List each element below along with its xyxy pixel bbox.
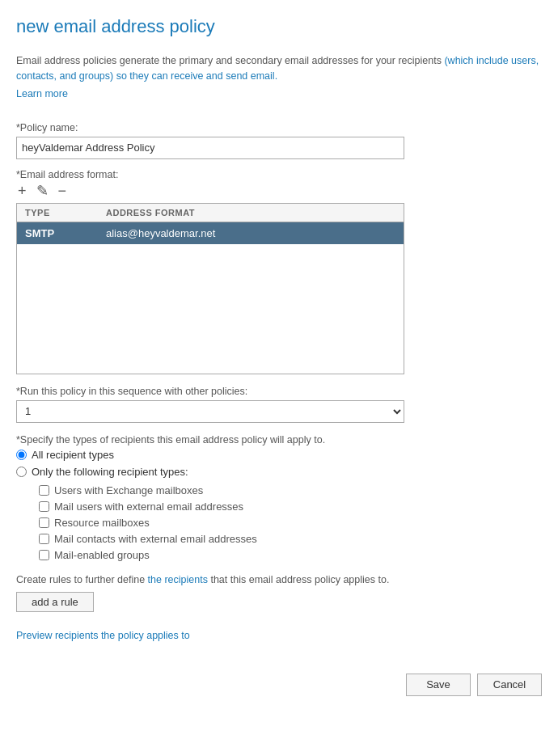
page-title: new email address policy <box>16 16 542 37</box>
checkbox-mail-users-external-label: Mail users with external email addresses <box>54 500 243 513</box>
rules-link: the recipients <box>148 574 208 585</box>
table-header: TYPE ADDRESS FORMAT <box>17 204 404 222</box>
save-button[interactable]: Save <box>406 674 471 696</box>
checkbox-mail-contacts-external[interactable]: Mail contacts with external email addres… <box>39 533 542 545</box>
checkbox-resource-mailboxes-label: Resource mailboxes <box>54 517 150 529</box>
only-recipients-option[interactable]: Only the following recipient types: <box>16 466 542 478</box>
checkbox-users-exchange-input[interactable] <box>39 485 49 496</box>
all-recipients-option[interactable]: All recipient types <box>16 449 542 461</box>
edit-email-format-button[interactable]: ✎ <box>35 184 50 198</box>
table-empty-area <box>17 244 404 374</box>
checkbox-mail-enabled-groups[interactable]: Mail-enabled groups <box>39 549 542 561</box>
checkbox-mail-enabled-groups-input[interactable] <box>39 550 49 560</box>
checkbox-mail-contacts-external-label: Mail contacts with external email addres… <box>54 533 257 545</box>
description-highlight: (which include users, contacts, and grou… <box>16 55 539 82</box>
email-format-table: TYPE ADDRESS FORMAT SMTP alias@heyvaldem… <box>16 203 404 374</box>
table-row[interactable]: SMTP alias@heyvaldemar.net <box>17 222 404 244</box>
table-col-address: ADDRESS FORMAT <box>98 204 404 222</box>
checkbox-resource-mailboxes[interactable]: Resource mailboxes <box>39 517 542 529</box>
table-cell-address: alias@heyvaldemar.net <box>98 222 404 244</box>
learn-more-link[interactable]: Learn more <box>16 88 68 99</box>
checkbox-mail-contacts-external-input[interactable] <box>39 534 49 544</box>
checkbox-users-exchange-label: Users with Exchange mailboxes <box>54 484 203 496</box>
footer-buttons: Save Cancel <box>16 665 542 696</box>
email-format-label: *Email address format: <box>16 169 542 180</box>
all-recipients-radio[interactable] <box>16 450 27 460</box>
recipient-types-checkboxes: Users with Exchange mailboxes Mail users… <box>39 484 542 561</box>
cancel-button[interactable]: Cancel <box>477 674 542 696</box>
add-email-format-button[interactable]: + <box>16 184 28 198</box>
add-rule-button[interactable]: add a rule <box>16 592 94 612</box>
checkbox-mail-users-external[interactable]: Mail users with external email addresses <box>39 500 542 513</box>
checkbox-users-exchange[interactable]: Users with Exchange mailboxes <box>39 484 542 496</box>
description-text: Email address policies generate the prim… <box>16 53 542 84</box>
sequence-label: *Run this policy in this sequence with o… <box>16 386 542 397</box>
preview-link[interactable]: Preview recipients the policy applies to <box>16 630 190 641</box>
sequence-select[interactable]: 1 2 3 4 5 <box>16 400 404 423</box>
checkbox-mail-enabled-groups-label: Mail-enabled groups <box>54 549 150 561</box>
all-recipients-label: All recipient types <box>32 449 114 461</box>
checkbox-resource-mailboxes-input[interactable] <box>39 517 49 528</box>
policy-name-label: *Policy name: <box>16 122 542 133</box>
table-col-type: TYPE <box>17 204 98 222</box>
checkbox-mail-users-external-input[interactable] <box>39 501 49 512</box>
only-recipients-label: Only the following recipient types: <box>32 466 188 478</box>
rules-description: Create rules to further define the recip… <box>16 574 542 585</box>
recipients-label: *Specify the types of recipients this em… <box>16 434 542 446</box>
table-cell-type: SMTP <box>17 222 98 244</box>
only-recipients-radio[interactable] <box>16 467 27 477</box>
remove-email-format-button[interactable]: − <box>57 184 69 198</box>
policy-name-input[interactable] <box>16 137 404 159</box>
